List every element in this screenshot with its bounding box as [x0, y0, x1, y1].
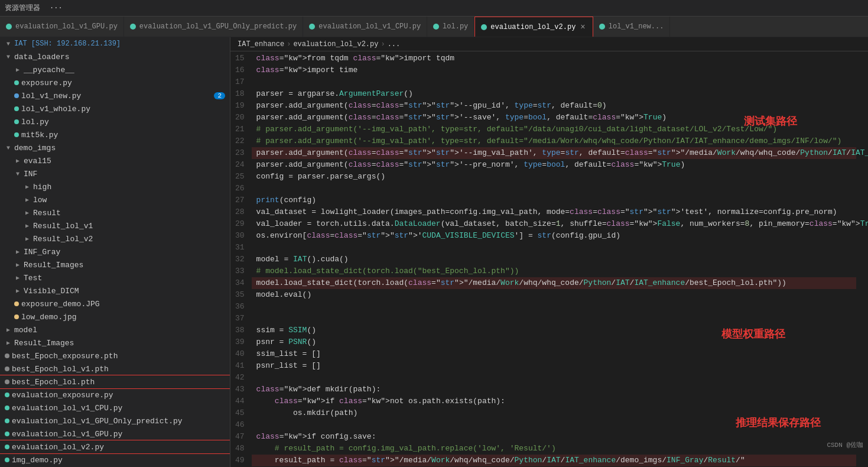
tab-tab6[interactable]: lol_v1_new...	[593, 17, 671, 37]
line-number: 40	[235, 348, 245, 360]
sidebar-item-best_Epoch_lol-pth[interactable]: best_Epoch_lol.pth	[0, 375, 230, 388]
folder-chevron-icon: ▶	[24, 196, 31, 203]
tab-label: evaluation_lol_v2.py	[490, 23, 576, 31]
tree-item-label: lol_v1_new.py	[21, 92, 81, 100]
sidebar-item-evaluation_lol_v1_GPU-py[interactable]: evaluation_lol_v1_GPU.py	[0, 427, 230, 440]
sidebar-item-exposure_demo-JPG[interactable]: exposure_demo.JPG	[0, 297, 230, 310]
code-line: os.environ[class=class="str">"str">'CUDA…	[252, 230, 856, 242]
code-content[interactable]: class="kw">from tqdm class="kw">import t…	[252, 51, 868, 467]
line-number: 35	[235, 289, 245, 301]
line-number: 45	[235, 407, 245, 419]
watermark: CSDN @佐咖	[827, 440, 863, 449]
line-number: 24	[235, 159, 245, 171]
sidebar-item-Result_lol_v2[interactable]: ▶Result_lol_v2	[0, 232, 230, 245]
sidebar-item-lol_v1_whole-py[interactable]: lol_v1_whole.py	[0, 102, 230, 115]
sidebar-item-low[interactable]: ▶low	[0, 193, 230, 206]
code-line	[252, 76, 856, 88]
tab-tab1[interactable]: evaluation_lol_v1_GPU.py	[0, 17, 124, 37]
code-line	[252, 242, 856, 254]
sidebar-item-demo_imgs[interactable]: ▼demo_imgs	[0, 141, 230, 154]
tree-item-label: INF	[24, 170, 37, 179]
sidebar-item-data_loaders[interactable]: ▼data_loaders	[0, 50, 230, 63]
sidebar-item-lol-py[interactable]: lol.py	[0, 115, 230, 128]
folder-chevron-icon: ▶	[14, 248, 21, 255]
sidebar-item-INF[interactable]: ▼INF	[0, 167, 230, 180]
tree-item-label: low	[33, 196, 47, 205]
breadcrumb-item-2[interactable]: evaluation_lol_v2.py	[293, 40, 378, 48]
code-line: psnr = PSNR()	[252, 336, 856, 348]
folder-chevron-icon: ▶	[14, 287, 21, 294]
tree-item-label: exposure_demo.JPG	[21, 300, 100, 309]
tab-tab5[interactable]: evaluation_lol_v2.py×	[474, 17, 593, 37]
sidebar-item-Test[interactable]: ▶Test	[0, 271, 230, 284]
tab-tab4[interactable]: lol.py	[427, 17, 474, 37]
tree-item-label: Result_lol_v2	[33, 235, 93, 244]
tab-tab2[interactable]: evaluation_lol_v1_GPU_Only_predict.py	[124, 17, 303, 37]
sidebar-item-best_Epoch_exposure-pth[interactable]: best_Epoch_exposure.pth	[0, 349, 230, 362]
line-number: 33	[235, 265, 245, 277]
sidebar-item-Result[interactable]: ▶Result	[0, 206, 230, 219]
file-dot-icon	[14, 132, 19, 137]
sidebar-item-Result_lol_v1[interactable]: ▶Result_lol_v1	[0, 219, 230, 232]
line-number: 20	[235, 112, 245, 124]
code-line: val_loader = torch.utils.data.DataLoader…	[252, 218, 856, 230]
code-line: config = parser.parse_args()	[252, 171, 856, 183]
line-number: 38	[235, 325, 245, 336]
tree-item-label: INF_Gray	[24, 248, 60, 257]
code-line: class="kw">def mkdir(path):	[252, 384, 856, 395]
file-dot-icon	[5, 393, 9, 397]
code-line: model.load_state_dict(torch.load(class="…	[252, 277, 856, 289]
tree-item-label: Result_lol_v1	[33, 222, 93, 231]
code-line: parser = argparse.ArgumentParser()	[252, 88, 856, 100]
sidebar-item-evaluation_lol_v1_GPU_Only_predict-py[interactable]: evaluation_lol_v1_GPU_Only_predict.py	[0, 414, 230, 427]
sidebar-item-model[interactable]: ▶model	[0, 323, 230, 336]
resource-manager-label[interactable]: 资源管理器	[5, 3, 40, 13]
code-line	[252, 372, 856, 384]
file-dot-icon	[14, 106, 19, 111]
sidebar-item-evaluation_lol_v1_CPU-py[interactable]: evaluation_lol_v1_CPU.py	[0, 401, 230, 414]
sidebar-item-exposure-py[interactable]: exposure.py	[0, 76, 230, 89]
code-line: parser.add_argument(class=class="str">"s…	[252, 112, 856, 124]
sidebar-item-best_Epoch_lol_v1-pth[interactable]: best_Epoch_lol_v1.pth	[0, 362, 230, 375]
line-number: 15	[235, 53, 245, 64]
sidebar-item-high[interactable]: ▶high	[0, 180, 230, 193]
sidebar-item-Result_Images[interactable]: ▶Result_Images	[0, 336, 230, 349]
sidebar-item-__pycache__[interactable]: ▶__pycache__	[0, 63, 230, 76]
more-options[interactable]: ···	[50, 4, 63, 12]
sidebar-item-evaluation_lol_v2-py[interactable]: evaluation_lol_v2.py	[0, 440, 230, 453]
sidebar-item-low_demo-jpg[interactable]: low_demo.jpg	[0, 310, 230, 323]
tab-tab3[interactable]: evaluation_lol_v1_CPU.py	[303, 17, 427, 37]
tab-icon	[599, 24, 605, 30]
tree-item-label: __pycache__	[24, 66, 74, 74]
main-area: ▼ IAT [SSH: 192.168.21.139] ▼data_loader…	[0, 37, 868, 467]
sidebar-item-INF_Gray[interactable]: ▶INF_Gray	[0, 245, 230, 258]
line-number: 30	[235, 230, 245, 242]
tree-item-label: Result_Images	[24, 261, 83, 270]
code-line: # model.load_state_dict(torch.load("best…	[252, 265, 856, 277]
sidebar-item-evaluation_exposure-py[interactable]: evaluation_exposure.py	[0, 388, 230, 401]
sidebar-tree: ▼data_loaders▶__pycache__exposure.pylol_…	[0, 50, 230, 467]
tree-item-label: evaluation_lol_v2.py	[12, 443, 104, 452]
tab-label: lol_v1_new...	[609, 22, 664, 31]
breadcrumb-item-1[interactable]: IAT_enhance	[238, 40, 284, 48]
tree-item-label: evaluation_lol_v1_GPU_Only_predict.py	[12, 417, 183, 426]
sidebar-item-eval15[interactable]: ▶eval15	[0, 154, 230, 167]
sidebar-item-Result_Images[interactable]: ▶Result_Images	[0, 258, 230, 271]
code-line: print(config)	[252, 194, 856, 206]
sidebar-item-lol_v1_new-py[interactable]: lol_v1_new.py2	[0, 89, 230, 102]
line-number: 18	[235, 88, 245, 100]
line-number: 34	[235, 277, 245, 289]
tab-close-button[interactable]: ×	[579, 22, 586, 32]
line-number: 47	[235, 431, 245, 443]
line-number: 27	[235, 194, 245, 206]
line-number: 39	[235, 336, 245, 348]
sidebar-item-Visible_DICM[interactable]: ▶Visible_DICM	[0, 284, 230, 297]
line-number: 31	[235, 242, 245, 254]
breadcrumb: IAT_enhance › evaluation_lol_v2.py › ...	[230, 37, 868, 51]
line-number: 17	[235, 76, 245, 88]
file-dot-icon	[5, 445, 9, 449]
file-dot-icon	[5, 367, 9, 371]
sidebar-item-mit5k-py[interactable]: mit5k.py	[0, 128, 230, 141]
tree-item-label: evaluation_lol_v1_CPU.py	[12, 404, 122, 413]
sidebar-item-img_demo-py[interactable]: img_demo.py	[0, 453, 230, 466]
